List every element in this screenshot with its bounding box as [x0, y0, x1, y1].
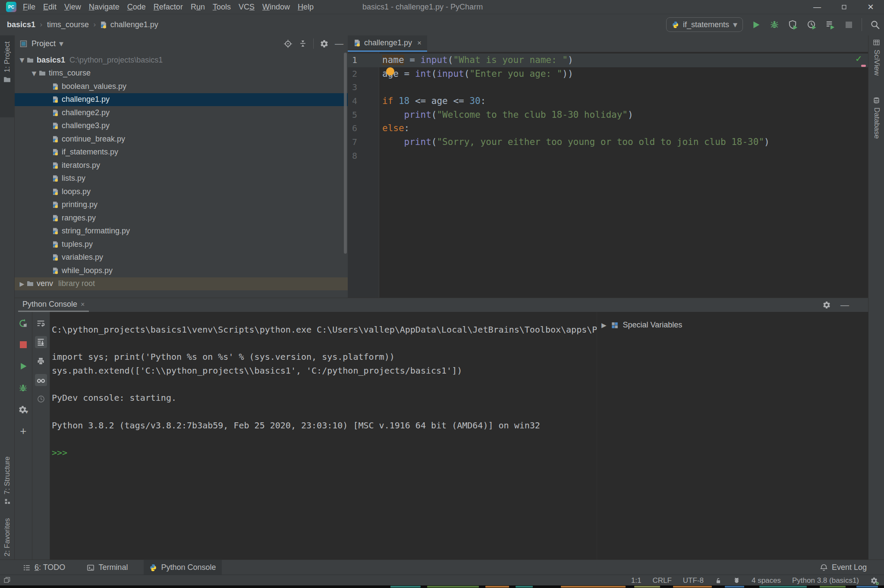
- code-line[interactable]: 3: [348, 81, 868, 94]
- gear-icon[interactable]: [822, 301, 831, 309]
- chevron-right-icon[interactable]: ▶: [601, 321, 607, 329]
- tree-item-printing[interactable]: printing.py: [15, 198, 348, 212]
- minimize-button[interactable]: —: [804, 0, 831, 14]
- run-button[interactable]: [750, 19, 761, 30]
- print-button[interactable]: [35, 355, 47, 367]
- tree-item-string-formatting[interactable]: string_formatting.py: [15, 225, 348, 238]
- toolbar-item-terminal[interactable]: Terminal: [81, 560, 133, 575]
- editor-body[interactable]: 1name = input("What is your name: ") 2ag…: [348, 52, 868, 298]
- toolwindow-toggle-icon[interactable]: [3, 576, 11, 584]
- project-panel-title[interactable]: Project: [31, 39, 56, 48]
- inspections-hector-icon[interactable]: [733, 577, 740, 584]
- tree-item-tims-course[interactable]: ▼ tims_course: [15, 67, 348, 80]
- close-console-icon[interactable]: ×: [81, 301, 85, 308]
- toolbar-item-python-console[interactable]: Python Console: [144, 560, 221, 575]
- menu-file[interactable]: File: [19, 3, 39, 12]
- tree-item-challenge1[interactable]: challenge1.py: [15, 93, 348, 107]
- tree-item-iterators[interactable]: iterators.py: [15, 159, 348, 172]
- tree-item-venv[interactable]: ▶ venv library root: [15, 277, 348, 291]
- menu-edit[interactable]: Edit: [39, 3, 60, 12]
- run-concurrency-button[interactable]: [824, 19, 836, 30]
- menu-vcs[interactable]: VCS: [235, 3, 258, 12]
- tree-item-challenge2[interactable]: challenge2.py: [15, 106, 348, 119]
- tab-python-console[interactable]: Python Console ×: [18, 298, 89, 312]
- hide-console-button[interactable]: —: [840, 301, 849, 309]
- tree-item-continue-break[interactable]: continue_break.py: [15, 132, 348, 146]
- code-line[interactable]: 8: [348, 149, 868, 163]
- chevron-expanded-icon[interactable]: ▼: [29, 70, 39, 77]
- chevron-collapsed-icon[interactable]: ▶: [17, 280, 27, 287]
- menu-tools[interactable]: Tools: [209, 3, 235, 12]
- sidebar-item-sciview[interactable]: SciView: [868, 39, 884, 96]
- collapse-all-button[interactable]: [299, 39, 307, 48]
- tree-item-challenge3[interactable]: challenge3.py: [15, 119, 348, 133]
- line-separator[interactable]: CRLF: [652, 576, 671, 585]
- rerun-console-button[interactable]: [17, 317, 29, 329]
- lock-icon[interactable]: [715, 577, 722, 584]
- new-console-button[interactable]: +: [17, 425, 29, 437]
- show-variables-toggle[interactable]: [35, 374, 47, 386]
- gear-icon[interactable]: [320, 39, 329, 48]
- locate-file-button[interactable]: [283, 39, 293, 48]
- sidebar-item-database[interactable]: Database: [868, 97, 884, 155]
- history-button[interactable]: [35, 393, 47, 405]
- menu-navigate[interactable]: Navigate: [85, 3, 123, 12]
- debug-button[interactable]: [769, 19, 780, 30]
- maximize-button[interactable]: [831, 0, 857, 14]
- search-everywhere-icon[interactable]: [869, 19, 881, 30]
- special-variables-row[interactable]: ▶ Special Variables: [601, 321, 682, 330]
- tree-item-while-loops[interactable]: while_loops.py: [15, 264, 348, 277]
- indent-setting[interactable]: 4 spaces: [752, 576, 781, 585]
- breadcrumb-file[interactable]: challenge1.py: [110, 20, 159, 29]
- code-line[interactable]: 1name = input("What is your name: "): [348, 53, 868, 67]
- breadcrumb-folder[interactable]: tims_course: [46, 20, 90, 29]
- stop-console-button[interactable]: [17, 339, 29, 351]
- console-prompt[interactable]: >>>: [52, 446, 608, 460]
- event-log-button[interactable]: Event Log: [820, 560, 867, 575]
- run-configuration-select[interactable]: if_statements ▼: [666, 17, 743, 32]
- code-line[interactable]: 2age = int(input("Enter you age: ")): [348, 67, 868, 81]
- tree-item-if-statements[interactable]: if_statements.py: [15, 146, 348, 159]
- tree-item-basics1[interactable]: ▼ basics1 C:\python_projects\basics1: [15, 53, 348, 67]
- chevron-down-icon[interactable]: ▼: [59, 41, 63, 47]
- scroll-to-end-toggle[interactable]: [35, 336, 47, 348]
- tree-item-tuples[interactable]: tuples.py: [15, 238, 348, 251]
- hide-panel-button[interactable]: —: [335, 39, 343, 48]
- breadcrumb-project[interactable]: basics1: [6, 20, 36, 29]
- close-tab-icon[interactable]: ×: [417, 39, 422, 47]
- tree-item-boolean-values[interactable]: boolean_values.py: [15, 80, 348, 93]
- profiler-button[interactable]: [806, 19, 817, 30]
- toolbar-item-todo[interactable]: 6: TODO: [17, 560, 71, 575]
- caret-position[interactable]: 1:1: [631, 576, 642, 585]
- tree-item-lists[interactable]: lists.py: [15, 172, 348, 186]
- menu-code[interactable]: Code: [123, 3, 150, 12]
- menu-refactor[interactable]: Refactor: [150, 3, 187, 12]
- code-line[interactable]: 6else:: [348, 122, 868, 135]
- menu-help[interactable]: Help: [294, 3, 318, 12]
- file-encoding[interactable]: UTF-8: [683, 576, 704, 585]
- soft-wrap-toggle[interactable]: [35, 317, 47, 329]
- tree-item-variables[interactable]: variables.py: [15, 251, 348, 264]
- execute-button[interactable]: [17, 360, 29, 372]
- chevron-expanded-icon[interactable]: ▼: [17, 57, 27, 63]
- code-line[interactable]: 4if 18 <= age <= 30:: [348, 94, 868, 108]
- attach-debugger-button[interactable]: [17, 382, 29, 394]
- menu-view[interactable]: View: [60, 3, 85, 12]
- console-settings-button[interactable]: ▼: [17, 403, 29, 415]
- menu-window[interactable]: Window: [258, 3, 294, 12]
- sidebar-item-structure[interactable]: 7: Structure: [0, 444, 14, 506]
- sidebar-item-project[interactable]: 1: Project: [0, 35, 14, 117]
- ide-settings-gear-icon[interactable]: [870, 577, 878, 585]
- inspections-ok-icon[interactable]: ✓: [855, 53, 862, 64]
- tree-item-ranges[interactable]: ranges.py: [15, 211, 348, 225]
- tree-item-loops[interactable]: loops.py: [15, 185, 348, 198]
- close-button[interactable]: ×: [857, 0, 884, 14]
- menu-run[interactable]: Run: [187, 3, 209, 12]
- code-line[interactable]: 5 print("Welcome to the club 18-30 holid…: [348, 108, 868, 122]
- breakpoint-dot[interactable]: [386, 67, 394, 75]
- run-with-coverage-button[interactable]: [787, 19, 799, 30]
- console-output[interactable]: C:\python_projects\basics1\venv\Scripts\…: [52, 323, 608, 460]
- interpreter-setting[interactable]: Python 3.8 (basics1): [792, 576, 859, 585]
- code-line[interactable]: 7 print("Sorry, your either too young or…: [348, 135, 868, 149]
- project-scrollbar[interactable]: [344, 53, 347, 254]
